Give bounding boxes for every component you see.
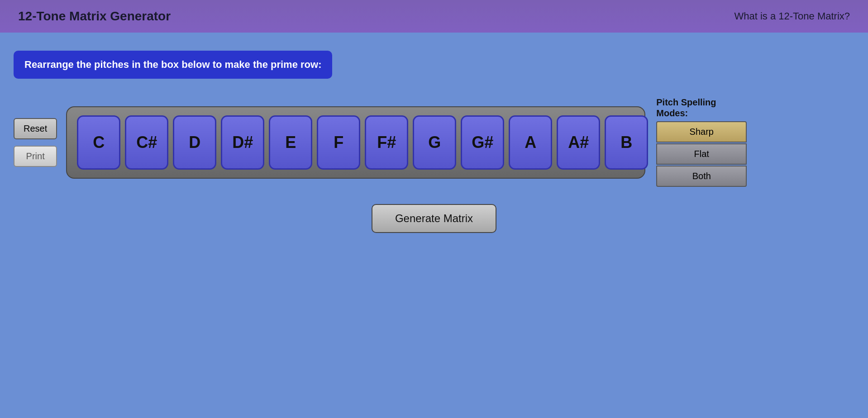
both-mode-button[interactable]: Both xyxy=(656,166,747,187)
instruction-box: Rearrange the pitches in the box below t… xyxy=(14,51,332,79)
generate-matrix-button[interactable]: Generate Matrix xyxy=(372,204,496,233)
flat-mode-button[interactable]: Flat xyxy=(656,143,747,165)
main-content: Rearrange the pitches in the box below t… xyxy=(0,33,868,233)
spelling-modes: Pitch Spelling Modes: Sharp Flat Both xyxy=(656,97,747,188)
pitch-card-F[interactable]: F xyxy=(317,115,360,170)
instruction-text: Rearrange the pitches in the box below t… xyxy=(24,59,321,70)
pitch-card-A[interactable]: A xyxy=(509,115,552,170)
what-is-link[interactable]: What is a 12-Tone Matrix? xyxy=(734,10,850,22)
app-title: 12-Tone Matrix Generator xyxy=(18,9,171,24)
generate-area: Generate Matrix xyxy=(0,204,868,233)
pitch-card-label-D#: D# xyxy=(232,133,253,152)
pitch-card-label-A: A xyxy=(525,133,536,152)
pitch-card-C[interactable]: C xyxy=(77,115,120,170)
header: 12-Tone Matrix Generator What is a 12-To… xyxy=(0,0,868,33)
pitch-card-A#[interactable]: A# xyxy=(557,115,600,170)
pitch-card-D#[interactable]: D# xyxy=(221,115,264,170)
pitch-card-G[interactable]: G xyxy=(413,115,456,170)
spelling-modes-title: Pitch Spelling Modes: xyxy=(656,97,716,119)
reset-button[interactable]: Reset xyxy=(14,118,57,139)
pitch-card-G#[interactable]: G# xyxy=(461,115,504,170)
pitch-card-label-E: E xyxy=(285,133,296,152)
pitch-card-C#[interactable]: C# xyxy=(125,115,168,170)
pitch-card-F#[interactable]: F# xyxy=(365,115,408,170)
pitch-card-label-B: B xyxy=(620,133,632,152)
print-button[interactable]: Print xyxy=(14,146,57,167)
pitch-card-label-F: F xyxy=(334,133,343,152)
pitch-card-B[interactable]: B xyxy=(605,115,648,170)
pitch-card-label-D: D xyxy=(189,133,200,152)
pitch-card-E[interactable]: E xyxy=(269,115,312,170)
sharp-mode-button[interactable]: Sharp xyxy=(656,121,747,142)
left-buttons: Reset Print xyxy=(14,118,57,167)
pitch-area: Reset Print CC#DD#EFF#GG#AA#B Pitch Spel… xyxy=(14,97,854,188)
pitch-card-label-C#: C# xyxy=(136,133,157,152)
pitch-card-label-G: G xyxy=(428,133,441,152)
pitch-container: CC#DD#EFF#GG#AA#B xyxy=(66,106,645,179)
pitch-card-label-F#: F# xyxy=(377,133,396,152)
pitch-card-label-G#: G# xyxy=(472,133,493,152)
pitch-card-D[interactable]: D xyxy=(173,115,216,170)
pitch-card-label-A#: A# xyxy=(568,133,589,152)
pitch-card-label-C: C xyxy=(93,133,105,152)
